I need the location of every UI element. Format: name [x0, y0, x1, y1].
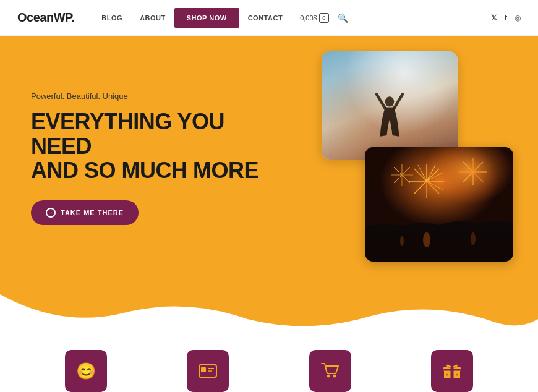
cart-icon	[321, 362, 339, 380]
wave-divider	[0, 294, 538, 331]
id-card-icon	[199, 364, 217, 378]
extras-icon-box	[431, 350, 473, 392]
feature-ecommerce: E-Commerce Ready	[281, 350, 380, 392]
nav-social-icons: 𝕏 f ◎	[491, 13, 521, 22]
cart-price: 0,00$	[300, 14, 317, 22]
svg-point-46	[446, 374, 448, 376]
svg-rect-45	[443, 369, 461, 371]
hero-title-line2: AND SO MUCH MORE	[31, 158, 260, 183]
navbar: OceanWP. BLOG ABOUT SHOP NOW CONTACT 0,0…	[0, 0, 538, 36]
feature-multi-purpose: 😊 Multi-Purpose Theme	[36, 350, 135, 392]
hero-image-top	[322, 51, 458, 160]
hero-images	[303, 51, 513, 262]
hero-cta-button[interactable]: → TAKE ME THERE	[31, 200, 139, 225]
hero-content: Powerful. Beautiful. Unique EVERYTHING Y…	[31, 73, 260, 225]
site-logo[interactable]: OceanWP.	[17, 11, 74, 25]
hero-subtitle: Powerful. Beautiful. Unique	[31, 92, 260, 101]
ecommerce-icon-box	[309, 350, 351, 392]
svg-point-47	[456, 374, 458, 376]
instagram-icon[interactable]: ◎	[515, 14, 521, 22]
nav-cart[interactable]: 0,00$ 0	[300, 13, 329, 23]
svg-point-33	[423, 232, 430, 247]
hero-image-bottom	[365, 147, 513, 262]
svg-point-34	[471, 232, 476, 245]
svg-point-0	[385, 96, 395, 106]
nav-link-about[interactable]: ABOUT	[131, 14, 174, 22]
twitter-icon[interactable]: 𝕏	[491, 14, 497, 22]
nav-shop-now-button[interactable]: SHOP NOW	[174, 8, 239, 28]
hero-section: Powerful. Beautiful. Unique EVERYTHING Y…	[0, 36, 538, 296]
svg-point-41	[333, 375, 336, 378]
feature-elementor: Elementor Ready	[158, 350, 257, 392]
svg-rect-37	[201, 367, 206, 372]
arrow-circle-icon: →	[46, 208, 56, 218]
fireworks-illustration	[365, 147, 513, 262]
feature-extras: Superb Extras	[403, 350, 502, 392]
person-silhouette-icon	[374, 92, 405, 153]
multi-purpose-icon-box: 😊	[65, 350, 107, 392]
nav-search-icon[interactable]: 🔍	[338, 13, 348, 23]
elementor-icon-box	[187, 350, 229, 392]
facebook-icon[interactable]: f	[505, 13, 507, 22]
nav-link-contact[interactable]: CONTACT	[239, 14, 291, 22]
cart-count-badge: 0	[319, 13, 329, 23]
hero-cta-label: TAKE ME THERE	[61, 209, 124, 216]
smiley-icon: 😊	[76, 362, 96, 381]
svg-point-40	[327, 375, 330, 378]
nav-link-blog[interactable]: BLOG	[93, 14, 131, 22]
hero-title-line1: EVERYTHING YOU NEED	[31, 109, 260, 158]
gift-icon	[442, 362, 462, 380]
features-section: 😊 Multi-Purpose Theme Elementor Ready E-…	[0, 331, 538, 392]
svg-rect-32	[365, 228, 513, 262]
svg-point-35	[400, 236, 404, 246]
